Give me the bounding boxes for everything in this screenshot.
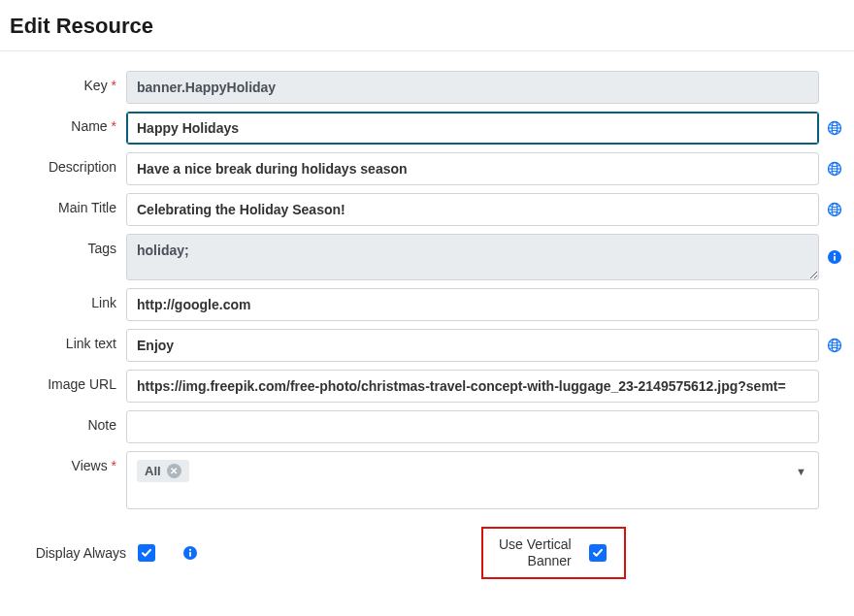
row-link-text: Link text	[10, 329, 844, 362]
label-description: Description	[10, 152, 126, 175]
views-select[interactable]: All ✕ ▼	[126, 451, 819, 509]
row-description: Description	[10, 152, 844, 185]
row-views: Views All ✕ ▼	[10, 451, 844, 509]
use-vertical-banner-group: Use Vertical Banner	[481, 527, 626, 579]
row-main-title: Main Title	[10, 193, 844, 226]
page-header: Edit Resource	[0, 0, 854, 51]
label-key: Key	[10, 71, 126, 93]
description-input[interactable]	[126, 152, 819, 185]
name-input[interactable]	[126, 112, 819, 145]
label-display-always: Display Always	[10, 545, 138, 561]
info-icon[interactable]	[827, 249, 842, 265]
display-always-checkbox[interactable]	[138, 544, 155, 562]
label-name: Name	[10, 112, 126, 134]
row-checkboxes: Display Always Use Vertical Banner	[10, 527, 844, 579]
svg-point-10	[834, 253, 836, 255]
main-title-input[interactable]	[126, 193, 819, 226]
row-image-url: Image URL	[10, 370, 844, 403]
label-link-text: Link text	[10, 329, 126, 351]
row-link: Link	[10, 288, 844, 321]
label-link: Link	[10, 288, 126, 310]
image-url-input[interactable]	[126, 370, 819, 403]
views-chip: All ✕	[137, 460, 189, 482]
row-note: Note	[10, 410, 844, 443]
label-tags: Tags	[10, 234, 126, 256]
label-note: Note	[10, 410, 126, 433]
svg-rect-11	[834, 256, 836, 261]
globe-icon[interactable]	[827, 338, 842, 353]
info-icon[interactable]	[182, 545, 198, 561]
svg-rect-17	[189, 552, 191, 557]
globe-icon[interactable]	[827, 202, 842, 217]
row-tags: Tags holiday;	[10, 234, 844, 280]
check-icon	[592, 547, 604, 559]
link-input[interactable]	[126, 288, 819, 321]
svg-point-16	[189, 548, 191, 550]
row-name: Name	[10, 112, 844, 145]
key-input	[126, 71, 819, 104]
close-icon[interactable]: ✕	[167, 464, 181, 478]
label-views: Views	[10, 451, 126, 473]
use-vertical-banner-checkbox[interactable]	[589, 544, 607, 562]
globe-icon[interactable]	[827, 120, 842, 136]
page-title: Edit Resource	[10, 14, 844, 39]
note-input[interactable]	[126, 410, 819, 443]
globe-icon[interactable]	[827, 161, 842, 177]
edit-resource-form: Key Name Description Main Title	[0, 51, 854, 608]
link-text-input[interactable]	[126, 329, 819, 362]
chevron-down-icon[interactable]: ▼	[796, 460, 808, 477]
tags-input[interactable]: holiday;	[126, 234, 819, 280]
views-chip-label: All	[145, 464, 161, 478]
row-key: Key	[10, 71, 844, 104]
label-image-url: Image URL	[10, 370, 126, 392]
label-use-vertical-banner: Use Vertical Banner	[499, 536, 572, 569]
label-main-title: Main Title	[10, 193, 126, 215]
footer-actions: Cancel Save	[0, 608, 854, 616]
check-icon	[141, 547, 152, 559]
